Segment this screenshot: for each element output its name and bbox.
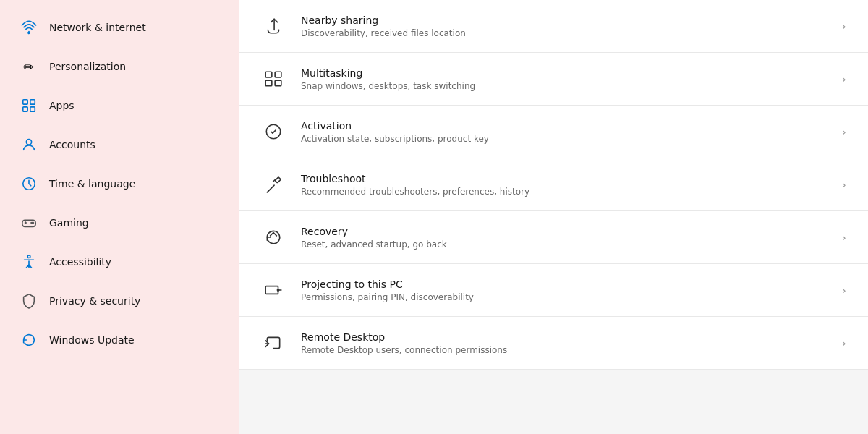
svg-rect-12 [275, 72, 281, 77]
sidebar-label-time: Time & language [49, 178, 135, 190]
setting-title-nearby-sharing: Nearby sharing [301, 14, 466, 26]
projecting-icon [260, 277, 286, 303]
main-content: Nearby sharingDiscoverability, received … [239, 0, 868, 434]
svg-point-17 [277, 289, 278, 291]
svg-rect-16 [265, 286, 278, 294]
setting-title-multitasking: Multitasking [301, 67, 475, 79]
sidebar-item-apps[interactable]: Apps [6, 87, 233, 124]
sidebar-label-network: Network & internet [49, 22, 146, 33]
activation-icon [260, 119, 286, 145]
troubleshoot-icon [260, 171, 286, 197]
setting-arrow-activation: › [842, 125, 846, 139]
setting-title-troubleshoot: Troubleshoot [301, 173, 529, 184]
sidebar-item-personalization[interactable]: ✏️Personalization [6, 48, 233, 85]
setting-desc-multitasking: Snap windows, desktops, task switching [301, 81, 475, 91]
privacy-icon [20, 292, 38, 310]
setting-text-recovery: RecoveryReset, advanced startup, go back [301, 226, 447, 250]
sidebar-label-privacy: Privacy & security [49, 295, 140, 307]
sidebar: Network & internet✏️PersonalizationAppsA… [0, 0, 239, 434]
svg-rect-13 [265, 80, 272, 86]
setting-arrow-nearby-sharing: › [842, 20, 846, 33]
setting-text-remote-desktop: Remote DesktopRemote Desktop users, conn… [301, 331, 507, 355]
setting-title-activation: Activation [301, 120, 489, 132]
svg-rect-2 [30, 100, 35, 104]
svg-point-9 [33, 223, 34, 224]
sidebar-item-accessibility[interactable]: Accessibility [6, 243, 233, 281]
setting-title-projecting: Projecting to this PC [301, 278, 474, 290]
setting-arrow-recovery: › [842, 231, 846, 244]
setting-item-remote-desktop[interactable]: Remote DesktopRemote Desktop users, conn… [239, 317, 868, 370]
setting-item-recovery[interactable]: RecoveryReset, advanced startup, go back… [239, 211, 868, 264]
setting-arrow-remote-desktop: › [842, 336, 846, 350]
time-icon [20, 175, 38, 192]
svg-point-10 [27, 255, 30, 258]
sidebar-item-winupdate[interactable]: Windows Update [6, 321, 233, 359]
personalization-icon: ✏️ [20, 58, 38, 75]
svg-point-0 [28, 32, 30, 33]
sidebar-item-network[interactable]: Network & internet [6, 9, 233, 46]
setting-desc-recovery: Reset, advanced startup, go back [301, 239, 447, 250]
setting-arrow-multitasking: › [842, 72, 846, 86]
setting-item-nearby-sharing[interactable]: Nearby sharingDiscoverability, received … [239, 0, 868, 53]
setting-arrow-troubleshoot: › [842, 178, 846, 192]
setting-arrow-projecting: › [842, 284, 846, 297]
sidebar-label-winupdate: Windows Update [49, 334, 135, 346]
sidebar-item-gaming[interactable]: Gaming [6, 204, 233, 242]
multitasking-icon [260, 66, 286, 92]
setting-item-troubleshoot[interactable]: TroubleshootRecommended troubleshooters,… [239, 158, 868, 211]
recovery-icon [260, 224, 286, 250]
sidebar-item-time[interactable]: Time & language [6, 165, 233, 203]
sidebar-item-accounts[interactable]: Accounts [6, 126, 233, 163]
sidebar-label-gaming: Gaming [49, 217, 89, 229]
setting-title-recovery: Recovery [301, 226, 447, 237]
setting-text-activation: ActivationActivation state, subscription… [301, 120, 489, 144]
setting-desc-nearby-sharing: Discoverability, received files location [301, 28, 466, 38]
svg-rect-11 [265, 72, 272, 77]
accounts-icon [20, 136, 38, 153]
setting-item-multitasking[interactable]: MultitaskingSnap windows, desktops, task… [239, 53, 868, 106]
setting-text-projecting: Projecting to this PCPermissions, pairin… [301, 278, 474, 302]
setting-title-remote-desktop: Remote Desktop [301, 331, 507, 343]
network-icon [20, 19, 38, 36]
sidebar-label-apps: Apps [49, 100, 75, 111]
sidebar-label-personalization: Personalization [49, 61, 126, 72]
svg-rect-1 [23, 100, 27, 104]
setting-desc-activation: Activation state, subscriptions, product… [301, 134, 489, 144]
setting-text-nearby-sharing: Nearby sharingDiscoverability, received … [301, 14, 466, 38]
svg-rect-3 [23, 107, 27, 111]
svg-point-5 [26, 140, 31, 145]
gaming-icon [20, 214, 38, 231]
svg-rect-4 [30, 107, 35, 111]
setting-item-activation[interactable]: ActivationActivation state, subscription… [239, 106, 868, 158]
accessibility-icon [20, 253, 38, 271]
setting-text-troubleshoot: TroubleshootRecommended troubleshooters,… [301, 173, 529, 197]
svg-point-8 [32, 223, 33, 224]
setting-desc-projecting: Permissions, pairing PIN, discoverabilit… [301, 292, 474, 302]
winupdate-icon [20, 331, 38, 349]
setting-desc-remote-desktop: Remote Desktop users, connection permiss… [301, 345, 507, 355]
setting-item-projecting[interactable]: Projecting to this PCPermissions, pairin… [239, 264, 868, 317]
setting-desc-troubleshoot: Recommended troubleshooters, preferences… [301, 187, 529, 197]
remote-desktop-icon [260, 330, 286, 356]
sidebar-label-accessibility: Accessibility [49, 256, 111, 268]
nearby-sharing-icon [260, 13, 286, 39]
svg-rect-14 [275, 80, 281, 86]
sidebar-label-accounts: Accounts [49, 139, 95, 150]
apps-icon [20, 97, 38, 114]
sidebar-item-privacy[interactable]: Privacy & security [6, 282, 233, 320]
setting-text-multitasking: MultitaskingSnap windows, desktops, task… [301, 67, 475, 91]
